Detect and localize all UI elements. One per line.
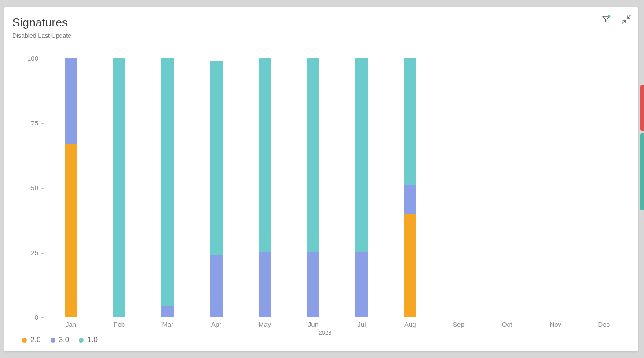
bar-jan[interactable] [65,58,77,317]
y-tick-label: 0 [35,314,38,321]
legend-label: 2.0 [30,336,41,344]
legend-swatch [79,338,84,343]
x-tick-label: Aug [404,321,416,328]
bar-segment [307,252,319,317]
bar-may[interactable] [259,58,271,317]
y-tick: 50 [31,184,44,192]
bar-mar[interactable] [161,58,174,317]
x-tick-label: Jan [66,321,76,328]
bar-segment [259,252,271,317]
legend-label: 3.0 [59,336,70,344]
bar-segment [161,58,174,306]
x-tick-label: Jul [357,321,366,328]
x-tick-label: Oct [502,321,512,328]
side-tab-red [640,85,644,131]
x-tick-label: Nov [549,321,561,328]
bar-feb[interactable] [113,58,125,317]
bar-segment [210,255,223,317]
card-header: Signatures Disabled Last Update [12,16,630,39]
bar-segment [307,58,319,252]
bar-segment [355,252,368,317]
y-tick-label: 75 [31,119,38,127]
y-tick: 25 [31,249,44,256]
x-tick-label: Dec [598,321,610,328]
legend-swatch [51,338,55,343]
x-tick-label: May [259,321,271,328]
card-toolbar [602,15,631,24]
chart-card: Signatures Disabled Last Update 02550751… [4,7,638,351]
bar-segment [210,61,223,255]
bar-segment [161,306,174,317]
legend-item[interactable]: 3.0 [51,336,70,344]
legend-label: 1.0 [87,336,98,344]
x-axis-line [47,317,628,317]
legend-item[interactable]: 1.0 [79,336,98,344]
x-axis-title: 2023 [319,329,332,336]
side-tab-teal [640,133,644,210]
bar-segment [65,144,77,317]
legend-swatch [22,338,27,343]
y-tick-label: 50 [31,184,38,192]
x-tick-label: Jun [308,321,318,328]
chart-title: Signatures [12,16,630,30]
bar-segment [259,58,271,252]
bar-jul[interactable] [355,58,368,317]
plot-area: 0255075100 2023 JanFebMarAprMayJunJulAug… [22,51,628,326]
bar-segment [113,58,125,317]
collapse-icon[interactable] [622,15,631,24]
y-tick-label: 100 [27,55,38,62]
bar-aug[interactable] [404,58,416,317]
y-tick-label: 25 [31,249,38,256]
x-tick-label: Apr [211,321,221,328]
x-tick-label: Sep [453,321,465,328]
x-tick-label: Feb [113,321,125,328]
y-tick: 100 [27,55,44,62]
bar-segment [355,58,368,252]
legend-item[interactable]: 2.0 [22,336,41,344]
chart-region [47,58,628,317]
bar-segment [65,58,77,144]
chart-subtitle: Disabled Last Update [12,32,630,39]
y-axis: 0255075100 [22,51,46,313]
bar-segment [404,214,416,317]
bar-segment [404,58,416,185]
bar-segment [404,185,416,214]
bar-apr[interactable] [210,61,223,317]
x-tick-label: Mar [162,321,173,328]
legend: 2.03.01.0 [22,336,98,344]
y-tick: 0 [35,314,44,321]
bar-jun[interactable] [307,58,319,317]
svg-point-0 [608,15,611,18]
y-tick: 75 [31,119,44,127]
filter-icon[interactable] [602,15,611,24]
